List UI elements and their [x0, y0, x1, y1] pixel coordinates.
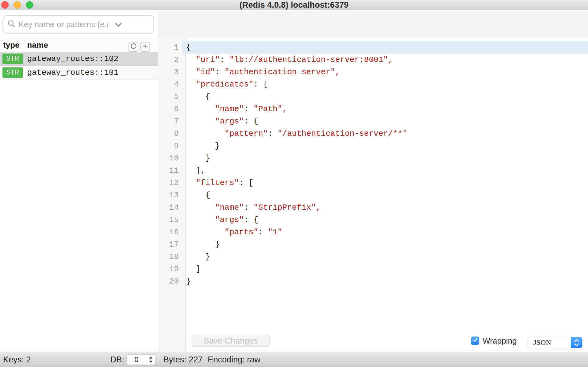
code-text: }: [182, 251, 588, 263]
key-name: gateway_routes::102: [27, 54, 118, 63]
code-text: ]: [182, 263, 588, 275]
wrapping-checkbox[interactable]: [471, 337, 479, 345]
line-number: 7: [158, 115, 182, 127]
code-line: 2 "uri": "lb://authentication-server:800…: [158, 54, 588, 66]
code-line: 19 ]: [158, 263, 588, 275]
plus-icon: [142, 43, 148, 50]
column-header-name: name: [27, 38, 48, 52]
keylist-header: type name: [0, 38, 158, 52]
line-number: 10: [158, 152, 182, 164]
code-line: 3 "id": "authentication-server",: [158, 66, 588, 78]
code-text: {: [182, 41, 588, 54]
code-text: {: [182, 189, 588, 201]
code-line: 17 }: [158, 238, 588, 251]
code-line: 1{: [158, 41, 588, 54]
key-row[interactable]: STR gateway_routes::102: [0, 52, 158, 66]
code-text: "pattern": "/authentication-server/**": [182, 127, 588, 140]
code-text: "name": "StripPrefix",: [182, 201, 588, 214]
line-number: 13: [158, 189, 182, 201]
line-number: 12: [158, 177, 182, 189]
line-number: 1: [158, 41, 182, 54]
code-line: 8 "pattern": "/authentication-server/**": [158, 127, 588, 140]
db-value: 0: [127, 355, 146, 364]
title-bar: (Redis 4.0.8) localhost:6379: [0, 0, 588, 10]
line-number: 6: [158, 103, 182, 115]
line-number: 5: [158, 91, 182, 103]
code-line: 4 "predicates": [: [158, 78, 588, 91]
type-badge: STR: [2, 54, 23, 64]
code-area[interactable]: 1{2 "uri": "lb://authentication-server:8…: [158, 41, 588, 288]
zoom-button[interactable]: [26, 1, 33, 9]
code-text: "name": "Path",: [182, 103, 588, 115]
format-select-value: JSON: [528, 338, 571, 347]
code-text: }: [182, 152, 588, 164]
code-text: }: [182, 238, 588, 251]
key-name: gateway_routes::101: [27, 68, 118, 77]
line-number: 16: [158, 226, 182, 238]
status-bar: Keys: 2 DB: 0 Bytes: 227 Encoding: raw: [0, 352, 588, 367]
code-line: 14 "name": "StripPrefix",: [158, 201, 588, 214]
code-line: 5 {: [158, 91, 588, 103]
encoding-info: Encoding: raw: [208, 352, 260, 367]
code-text: "predicates": [: [182, 78, 588, 91]
save-changes-button[interactable]: Save Changes: [192, 335, 270, 347]
code-text: "uri": "lb://authentication-server:8001"…: [182, 54, 588, 66]
key-row[interactable]: STR gateway_routes::101: [0, 66, 158, 80]
code-line: 16 "parts": "1": [158, 226, 588, 238]
line-number: 4: [158, 78, 182, 91]
line-number: 3: [158, 66, 182, 78]
stepper-arrows-icon[interactable]: [146, 356, 155, 364]
key-search-box[interactable]: [2, 15, 154, 34]
code-text: }: [182, 140, 588, 152]
content-editor[interactable]: 1{2 "uri": "lb://authentication-server:8…: [158, 38, 588, 352]
code-line: 7 "args": {: [158, 115, 588, 127]
search-input[interactable]: [18, 20, 108, 29]
minimize-button[interactable]: [14, 1, 21, 9]
line-number: 17: [158, 238, 182, 251]
add-key-button[interactable]: [140, 42, 150, 52]
pane-divider[interactable]: [158, 10, 158, 367]
code-line: 12 "filters": [: [158, 177, 588, 189]
code-text: "args": {: [182, 214, 588, 226]
sidebar-toolbar: [0, 10, 158, 38]
code-line: 9 }: [158, 140, 588, 152]
check-icon: [472, 337, 478, 344]
keys-count: Keys: 2: [3, 352, 31, 367]
db-stepper[interactable]: 0: [126, 354, 155, 365]
line-number: 18: [158, 251, 182, 263]
select-arrows-icon: [571, 337, 582, 348]
code-text: "id": "authentication-server",: [182, 66, 588, 78]
main-toolbar: Content Terminal: [158, 10, 588, 38]
format-select[interactable]: JSON: [528, 337, 582, 348]
column-header-type: type: [3, 38, 19, 52]
code-text: {: [182, 91, 588, 103]
code-line: 6 "name": "Path",: [158, 103, 588, 115]
code-text: "parts": "1": [182, 226, 588, 238]
line-number: 9: [158, 140, 182, 152]
code-text: "args": {: [182, 115, 588, 127]
line-number: 8: [158, 127, 182, 140]
window-title: (Redis 4.0.8) localhost:6379: [0, 0, 588, 10]
code-line: 13 {: [158, 189, 588, 201]
search-icon: [7, 20, 15, 29]
line-number: 20: [158, 275, 182, 288]
code-text: "filters": [: [182, 177, 588, 189]
code-line: 10 }: [158, 152, 588, 164]
line-number: 19: [158, 263, 182, 275]
bytes-info: Bytes: 227: [163, 352, 203, 367]
code-text: }: [182, 275, 588, 288]
db-label: DB:: [110, 352, 124, 367]
wrapping-label: Wrapping: [483, 337, 517, 345]
refresh-keys-button[interactable]: [129, 42, 138, 52]
line-number: 2: [158, 54, 182, 66]
code-line: 18 }: [158, 251, 588, 263]
code-line: 11 ],: [158, 164, 588, 177]
line-number: 14: [158, 201, 182, 214]
line-number: 11: [158, 164, 182, 177]
close-button[interactable]: [1, 1, 9, 9]
refresh-icon: [130, 43, 137, 51]
type-badge: STR: [2, 67, 23, 78]
code-text: ],: [182, 164, 588, 177]
line-number: 15: [158, 214, 182, 226]
chevron-down-icon[interactable]: [115, 22, 122, 28]
